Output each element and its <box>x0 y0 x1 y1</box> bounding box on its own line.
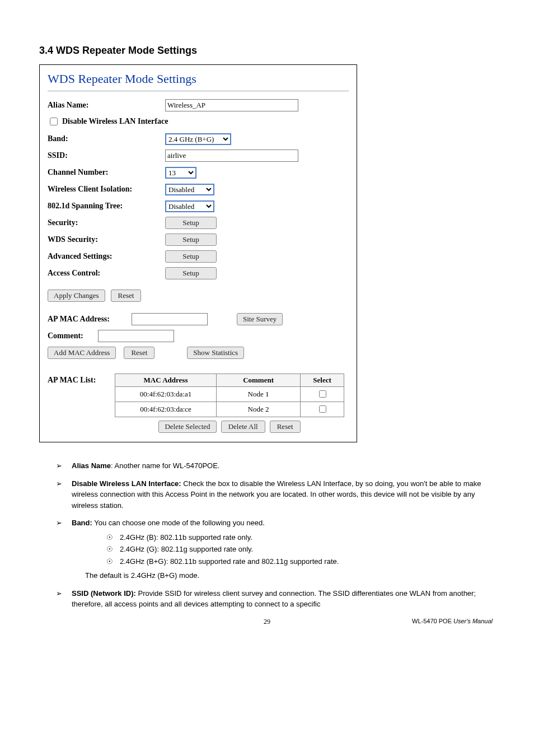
access-control-setup-button[interactable]: Setup <box>165 267 217 279</box>
add-mac-address-button[interactable]: Add MAC Address <box>48 347 116 359</box>
band-default-note: The default is 2.4GHz (B+G) mode. <box>72 570 495 581</box>
spanning-tree-label: 802.1d Spanning Tree: <box>48 202 165 211</box>
cell-comment: Node 1 <box>217 387 301 402</box>
advanced-setup-button[interactable]: Setup <box>165 250 217 263</box>
table-row: 00:4f:62:03:da:ce Node 2 <box>115 402 344 417</box>
channel-select[interactable]: 13 <box>165 167 196 179</box>
ssid-input[interactable] <box>165 150 298 162</box>
list-item: Alias Name: Another name for WL-5470POE. <box>58 460 495 472</box>
reset-button-3[interactable]: Reset <box>270 421 301 433</box>
alias-name-input[interactable] <box>165 99 298 111</box>
divider <box>48 91 349 91</box>
disable-wlan-label: Disable Wireless LAN Interface <box>62 117 168 126</box>
sub-list-item: 2.4GHz (B): 802.11b supported rate only. <box>106 532 495 543</box>
sub-list-item: 2.4GHz (B+G): 802.11b supported rate and… <box>106 556 495 567</box>
ap-mac-list-label: AP MAC List: <box>48 374 115 433</box>
delete-all-button[interactable]: Delete All <box>221 421 265 433</box>
cell-comment: Node 2 <box>217 402 301 417</box>
channel-label: Channel Number: <box>48 168 165 177</box>
list-item: Band: You can choose one mode of the fol… <box>58 517 495 581</box>
security-label: Security: <box>48 218 165 227</box>
spanning-tree-select[interactable]: Disabled <box>165 200 214 212</box>
isolation-select[interactable]: Disabled <box>165 184 214 195</box>
ap-mac-address-input[interactable] <box>132 313 208 325</box>
disable-wlan-checkbox[interactable] <box>50 118 58 125</box>
delete-selected-button[interactable]: Delete Selected <box>158 421 216 433</box>
band-label: Band: <box>48 134 165 143</box>
security-setup-button[interactable]: Setup <box>165 217 217 229</box>
row-select-checkbox[interactable] <box>319 405 326 413</box>
section-heading: 3.4 WDS Repeater Mode Settings <box>39 45 495 57</box>
comment-input[interactable] <box>98 330 174 342</box>
wds-security-label: WDS Security: <box>48 235 165 244</box>
row-select-checkbox[interactable] <box>319 390 326 398</box>
band-select[interactable]: 2.4 GHz (B+G) <box>165 133 231 145</box>
table-row: 00:4f:62:03:da:a1 Node 1 <box>115 387 344 402</box>
reset-button-1[interactable]: Reset <box>111 290 142 302</box>
advanced-settings-label: Advanced Settings: <box>48 252 165 261</box>
th-select: Select <box>301 374 344 387</box>
description-section: Alias Name: Another name for WL-5470POE.… <box>39 460 495 610</box>
isolation-label: Wireless Client Isolation: <box>48 185 165 194</box>
sub-list-item: 2.4GHz (G): 802.11g supported rate only. <box>106 544 495 555</box>
th-mac: MAC Address <box>115 374 217 387</box>
alias-name-label: Alias Name: <box>48 101 165 110</box>
th-comment: Comment <box>217 374 301 387</box>
list-item: Disable Wireless LAN Interface: Check th… <box>58 478 495 511</box>
wds-security-setup-button[interactable]: Setup <box>165 234 217 246</box>
ap-mac-list-table: MAC Address Comment Select 00:4f:62:03:d… <box>115 374 344 417</box>
panel-title: WDS Repeater Mode Settings <box>48 72 349 86</box>
ap-mac-address-label: AP MAC Address: <box>48 315 126 324</box>
reset-button-2[interactable]: Reset <box>124 347 154 359</box>
comment-label: Comment: <box>48 332 92 340</box>
show-statistics-button[interactable]: Show Statistics <box>187 347 244 359</box>
list-item: SSID (Network ID): Provide SSID for wire… <box>58 588 495 610</box>
ssid-label: SSID: <box>48 151 165 160</box>
site-survey-button[interactable]: Site Survey <box>237 313 283 325</box>
page-number: 29 <box>39 618 495 626</box>
settings-panel: WDS Repeater Mode Settings Alias Name: D… <box>39 64 357 442</box>
apply-changes-button[interactable]: Apply Changes <box>48 290 105 302</box>
cell-mac: 00:4f:62:03:da:ce <box>115 402 217 417</box>
access-control-label: Access Control: <box>48 269 165 278</box>
cell-mac: 00:4f:62:03:da:a1 <box>115 387 217 402</box>
